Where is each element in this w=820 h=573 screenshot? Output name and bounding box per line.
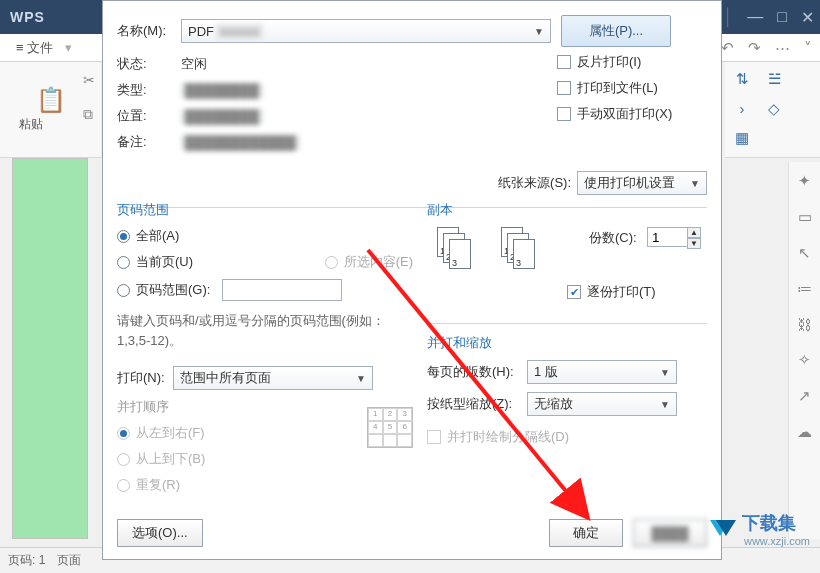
printer-status-value: 空闲 [181, 55, 207, 73]
print-to-file-label: 打印到文件(L) [577, 79, 658, 97]
settings-slider-icon[interactable]: ≔ [797, 280, 812, 298]
chevron-down-icon: ▼ [660, 399, 670, 410]
chain-icon[interactable]: ⛓ [797, 316, 812, 333]
print-what-combo[interactable]: 范围中所有页面 ▼ [173, 366, 373, 390]
shape-icon[interactable]: ◇ [765, 100, 783, 120]
options-button[interactable]: 选项(O)... [117, 519, 203, 547]
app-divider: │ [723, 8, 733, 26]
expand-icon[interactable]: ˅ [804, 39, 812, 57]
redo-icon[interactable]: ↷ [748, 39, 761, 57]
range-all-radio[interactable]: 全部(A) [117, 227, 413, 245]
fit-value: 无缩放 [534, 395, 573, 413]
draw-border-label: 并打时绘制分隔线(D) [447, 428, 569, 446]
printer-where-value: ████████ [181, 109, 263, 124]
print-what-value: 范围中所有页面 [180, 369, 271, 387]
reverse-print-checkbox[interactable] [557, 55, 571, 69]
status-page-tab[interactable]: 页面 [57, 552, 81, 569]
sparkle-icon[interactable]: ✧ [798, 351, 811, 369]
undo-icon[interactable]: ↶ [721, 39, 734, 57]
collate-checkbox[interactable] [567, 285, 581, 299]
range-selection-label: 所选内容(E) [344, 253, 413, 271]
cut-icon[interactable]: ✂ [83, 72, 95, 88]
document-page [12, 158, 88, 539]
paste-icon[interactable]: 📋 [36, 86, 66, 114]
select-icon[interactable]: ▭ [798, 208, 812, 226]
cancel-button[interactable]: ████ [633, 519, 707, 547]
per-sheet-label: 每页的版数(H): [427, 363, 527, 381]
spin-up-icon[interactable]: ▲ [687, 227, 701, 238]
ok-button[interactable]: 确定 [549, 519, 623, 547]
page-range-title: 页码范围 [117, 201, 413, 219]
range-pages-radio[interactable]: 页码范围(G): [117, 279, 413, 301]
range-current-radio[interactable]: 当前页(U) [117, 253, 193, 271]
printer-comment-value: ████████████ [181, 135, 300, 150]
print-what-label: 打印(N): [117, 369, 173, 387]
per-sheet-combo[interactable]: 1 版▼ [527, 360, 677, 384]
chevron-down-icon: ▼ [690, 178, 700, 189]
dialog-body: 页码范围 全部(A) 当前页(U) 所选内容(E) 页码范围(G): 请键入页码… [117, 201, 707, 507]
collate-label: 逐份打印(T) [587, 283, 656, 301]
range-current-label: 当前页(U) [136, 253, 193, 271]
range-selection-radio: 所选内容(E) [325, 253, 413, 271]
manual-duplex-checkbox[interactable] [557, 107, 571, 121]
ribbon-clipboard: 📋 粘贴 ✂ ⧉ [0, 62, 102, 158]
ribbon-right: ⇅ ☱ › ◇ ▦ [725, 62, 820, 158]
fit-label: 按纸型缩放(Z): [427, 395, 527, 413]
share-icon[interactable]: ↗ [798, 387, 811, 405]
sort-icon[interactable]: ⇅ [733, 70, 751, 90]
copy-icon[interactable]: ⧉ [83, 106, 95, 123]
window-maximize-icon[interactable]: □ [777, 8, 787, 26]
printer-type-value: ████████ [181, 83, 263, 98]
side-toolbar: ✦ ▭ ↖ ≔ ⛓ ✧ ↗ ☁ [788, 162, 820, 539]
range-all-label: 全部(A) [136, 227, 179, 245]
printer-name-combo[interactable]: PDFxxxxxx ▼ [181, 19, 551, 43]
printer-status-label: 状态: [117, 55, 181, 73]
watermark: 下载集 www.xzji.com [706, 511, 810, 547]
app-logo: WPS [10, 9, 45, 25]
copies-label: 份数(C): [589, 229, 647, 247]
chevron-right-icon[interactable]: › [733, 100, 751, 120]
paste-label[interactable]: 粘贴 [19, 116, 83, 133]
print-to-file-checkbox[interactable] [557, 81, 571, 95]
printer-where-label: 位置: [117, 107, 181, 125]
watermark-name: 下载集 [742, 511, 810, 535]
order-tb-label: 从上到下(B) [136, 450, 205, 468]
range-pages-input[interactable] [222, 279, 342, 301]
printer-properties-button[interactable]: 属性(P)... [561, 15, 671, 47]
reverse-print-label: 反片打印(I) [577, 53, 641, 71]
copies-input[interactable] [647, 227, 687, 247]
chevron-down-icon: ▼ [534, 26, 544, 37]
filter-icon[interactable]: ☱ [765, 70, 783, 90]
collate-graphic: 123 123 份数(C): ▲▼ [437, 227, 707, 271]
printer-name-value: PDFxxxxxx [188, 24, 263, 39]
copies-spinner[interactable]: ▲▼ [647, 227, 703, 249]
copies-and-scale-group: 副本 123 123 份数(C): ▲▼ 逐份打印(T [427, 201, 707, 454]
cursor-icon[interactable]: ↖ [798, 244, 811, 262]
order-lr-label: 从左到右(F) [136, 424, 205, 442]
page-range-group: 页码范围 全部(A) 当前页(U) 所选内容(E) 页码范围(G): 请键入页码… [117, 201, 413, 502]
paper-source-combo[interactable]: 使用打印机设置 ▼ [577, 171, 707, 195]
window-minimize-icon[interactable]: — [747, 8, 763, 26]
spin-down-icon[interactable]: ▼ [687, 238, 701, 249]
magic-icon[interactable]: ✦ [798, 172, 811, 190]
chevron-down-icon: ▼ [356, 373, 366, 384]
copies-title: 副本 [427, 201, 707, 219]
file-menu[interactable]: ≡ 文件 [10, 37, 59, 59]
window-close-icon[interactable]: ✕ [801, 8, 814, 27]
order-thumbnail: 123456 [367, 407, 413, 448]
paper-source-label: 纸张来源(S): [498, 174, 571, 192]
cloud-icon[interactable]: ☁ [797, 423, 812, 441]
more-icon[interactable]: ⋯ [775, 39, 790, 57]
printer-comment-label: 备注: [117, 133, 181, 151]
scale-title: 并打和缩放 [427, 334, 707, 352]
per-sheet-value: 1 版 [534, 363, 558, 381]
paper-source-value: 使用打印机设置 [584, 174, 675, 192]
fit-combo[interactable]: 无缩放▼ [527, 392, 677, 416]
grid-icon[interactable]: ▦ [733, 129, 751, 149]
printer-type-label: 类型: [117, 81, 181, 99]
watermark-url: www.xzji.com [744, 535, 810, 547]
chevron-down-icon[interactable]: ▾ [65, 40, 72, 55]
printer-name-label: 名称(M): [117, 22, 181, 40]
print-dialog: 名称(M): PDFxxxxxx ▼ 属性(P)... 状态: 空闲 类型: █… [102, 0, 722, 560]
draw-border-checkbox [427, 430, 441, 444]
